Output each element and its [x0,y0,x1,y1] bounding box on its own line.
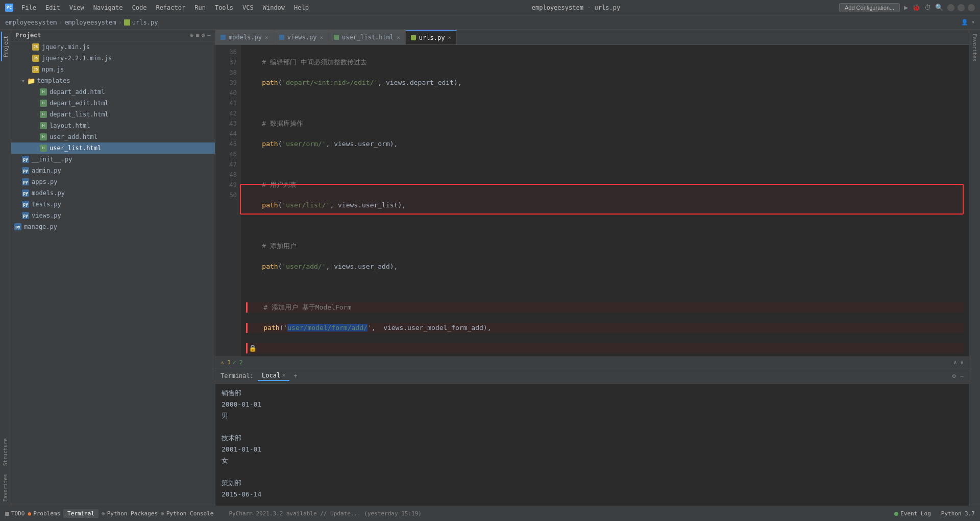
code-line-43: path('user/list/', views.user_list), [246,200,964,210]
menu-navigate[interactable]: Navigate [89,3,127,12]
account-icon[interactable]: 👤 ▾ [961,19,975,26]
line-num-41: 41 [215,98,237,108]
sidebar-title: Project [15,32,41,39]
tab-urls-py[interactable]: urls.py × [406,30,457,44]
menu-file[interactable]: File [17,3,40,12]
py-file-icon: py [21,167,30,175]
project-tab[interactable]: Project [1,32,10,61]
run-icon[interactable]: ▶ [904,4,908,11]
sidebar-item-init[interactable]: py __init__.py [11,154,215,165]
menu-view[interactable]: View [65,3,88,12]
html-file-icon: H [39,122,47,130]
ok-badge: ✓ 2 [233,359,243,366]
problems-icon: ● [28,510,32,517]
title-bar: PC File Edit View Navigate Code Refactor… [0,0,980,15]
sidebar-item-views[interactable]: py views.py [11,210,215,221]
code-line-37: path('depart/<int:nid>/edit/', views.dep… [246,78,964,88]
terminal-add-tab[interactable]: + [293,372,297,380]
sidebar-item-label: npm.js [42,66,64,73]
code-editor[interactable]: 36 37 38 39 40 41 42 43 44 45 46 47 48 4… [215,45,969,357]
sidebar-item-depart-edit[interactable]: H depart_edit.html [11,98,215,109]
sidebar-item-templates-folder[interactable]: ▾ 📁 templates [11,75,215,86]
window-title: employeesystem - urls.py [532,4,620,11]
tab-close-models[interactable]: × [265,34,268,41]
line-num-42: 42 [215,108,237,119]
todo-button[interactable]: TODO [5,510,25,517]
menu-run[interactable]: Run [190,3,210,12]
python-console-button[interactable]: ⊕ Python Console [161,510,213,517]
debug-icon[interactable]: 🐞 [912,4,920,11]
breadcrumb-item-3[interactable]: urls.py [124,19,158,26]
sidebar-item-npm[interactable]: JS npm.js [11,64,215,75]
favorites-tab-left[interactable]: Favorites [2,470,9,506]
tab-views-py[interactable]: views.py × [274,30,329,44]
python-packages-icon: ⊕ [102,510,105,517]
tab-urls-icon [411,35,416,40]
profile-icon[interactable]: ⏱ [924,4,931,11]
minimize-button[interactable] [947,4,954,11]
sidebar-item-label: templates [37,77,70,84]
python-packages-button[interactable]: ⊕ Python Packages [102,510,158,517]
terminal-line-8 [222,466,963,478]
breadcrumb-item-1[interactable]: employeesystem [5,19,57,26]
terminal-gear-icon[interactable]: ⚙ [952,372,956,380]
tab-close-user-list[interactable]: × [397,34,400,41]
sidebar-item-manage[interactable]: py manage.py [11,221,215,232]
code-line-46: path('user/add/', views.user_add), [246,262,964,272]
close-button[interactable] [968,4,975,11]
sidebar-item-models[interactable]: py models.py [11,187,215,199]
search-icon[interactable]: 🔍 [935,4,943,11]
sidebar-gear-icon[interactable]: ⚙ [202,32,205,39]
terminal-line-9: 策划部 [222,478,963,489]
menu-help[interactable]: Help [290,3,313,12]
sidebar-collapse-icon[interactable]: ≡ [195,32,199,39]
sidebar-item-depart-list[interactable]: H depart_list.html [11,109,215,120]
line-num-50: 50 [215,190,237,200]
problems-button[interactable]: ● Problems [28,510,61,517]
breadcrumb-item-2[interactable]: employeesystem [64,19,116,26]
menu-edit[interactable]: Edit [41,3,64,12]
sidebar-item-label: tests.py [32,201,61,208]
editor-area: models.py × views.py × user_list.html × [215,30,969,368]
sidebar-item-layout[interactable]: H layout.html [11,120,215,131]
sidebar-item-user-list[interactable]: H user_list.html [11,143,215,154]
sidebar-item-depart-add[interactable]: H depart_add.html [11,86,215,98]
tab-bar: models.py × views.py × user_list.html × [215,30,969,45]
sidebar-item-admin[interactable]: py admin.py [11,165,215,176]
favorites-right-tab[interactable]: Favorites [971,30,978,65]
menu-code[interactable]: Code [128,3,151,12]
sidebar-item-apps[interactable]: py apps.py [11,176,215,187]
terminal-tab-close[interactable]: × [282,372,285,378]
tab-close-views[interactable]: × [320,34,323,41]
sidebar-item-label: jquery-2.2.1.min.js [42,55,112,62]
terminal-content[interactable]: 销售部 2000-01-01 男 技术部 2001-01-01 女 策划部 20… [215,384,969,506]
terminal-close-icon[interactable]: − [960,372,964,380]
terminal-tab-local[interactable]: Local × [258,371,289,381]
tab-models-py[interactable]: models.py × [215,30,274,44]
add-configuration-button[interactable]: Add Configuration... [839,3,900,12]
py-file-icon: py [14,223,22,231]
sidebar-expand-icon[interactable]: ⊕ [190,32,193,39]
title-bar-left: PC File Edit View Navigate Code Refactor… [5,3,313,12]
terminal-label: Terminal: [220,372,254,380]
sidebar-close-icon[interactable]: − [207,32,211,39]
event-log-section[interactable]: Event Log [894,510,931,517]
menu-tools[interactable]: Tools [211,3,237,12]
sidebar-item-tests[interactable]: py tests.py [11,199,215,210]
menu-vcs[interactable]: VCS [238,3,258,12]
tab-user-list-html[interactable]: user_list.html × [329,30,406,44]
sidebar-item-user-add[interactable]: H user_add.html [11,131,215,143]
structure-tab[interactable]: Structure [2,434,9,470]
js-file-icon: JS [32,54,40,62]
sidebar-item-jquery-221[interactable]: JS jquery-2.2.1.min.js [11,53,215,64]
line-num-45: 45 [215,139,237,149]
maximize-button[interactable] [958,4,965,11]
terminal-line-4 [222,421,963,433]
menu-refactor[interactable]: Refactor [152,3,189,12]
line-num-40: 40 [215,88,237,98]
menu-window[interactable]: Window [259,3,289,12]
terminal-button[interactable]: Terminal [63,509,99,518]
sidebar-item-jquery-min[interactable]: JS jquery.min.js [11,41,215,53]
tab-close-urls[interactable]: × [448,34,451,41]
code-content[interactable]: # 编辑部门 中间必须加整数传过去 path('depart/<int:nid>… [241,45,969,357]
